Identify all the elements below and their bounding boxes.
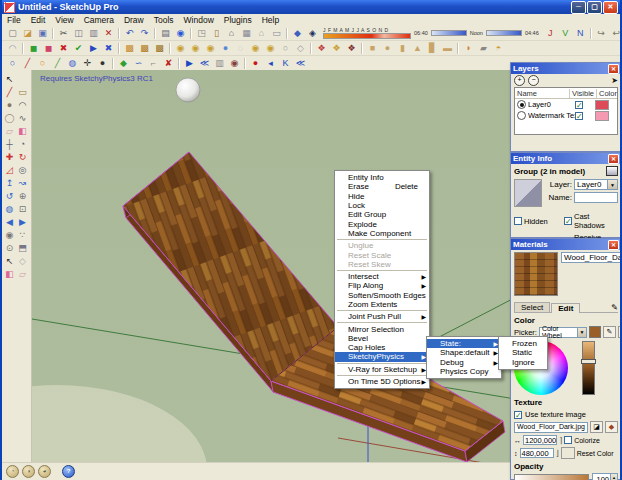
menubar-file[interactable]: File: [2, 15, 26, 25]
state-item-frozen[interactable]: Frozen: [499, 339, 547, 348]
gear-green-icon[interactable]: ◆: [116, 57, 131, 70]
joint-slider-icon[interactable]: ╱: [20, 57, 35, 70]
submenu-item-shape-default[interactable]: Shape:default▶: [427, 348, 501, 357]
material-name-field[interactable]: Wood_Floor_Dark: [561, 252, 622, 263]
joint-coin-icon[interactable]: ◉: [173, 42, 188, 55]
sp-pause-icon[interactable]: ◼: [41, 42, 56, 55]
menu-item-intersect[interactable]: Intersect▶: [335, 272, 429, 281]
plant-red-icon[interactable]: ❖: [314, 42, 329, 55]
reset-color-swatch[interactable]: [561, 447, 575, 459]
menu-item-unglue[interactable]: Unglue: [335, 241, 429, 250]
step-back-icon[interactable]: ◂: [263, 57, 278, 70]
pushpin-icon[interactable]: ◳: [194, 27, 209, 40]
opacity-spinner[interactable]: 100 ▲▼: [592, 473, 618, 480]
sp-stop-icon[interactable]: ✖: [101, 42, 116, 55]
browse-texture-icon[interactable]: ◪: [590, 421, 603, 433]
layers-panel-titlebar[interactable]: Layers ✕: [511, 63, 621, 74]
menu-item-make-component[interactable]: Make Component: [335, 229, 429, 238]
joint-coin-icon[interactable]: ◉: [263, 42, 278, 55]
layer-current-radio[interactable]: [517, 111, 526, 120]
entity-checkbox-cast-shadows[interactable]: ✓Cast Shadows: [564, 212, 620, 230]
shadow-time-slider[interactable]: [486, 30, 522, 36]
redo-icon[interactable]: ↷: [137, 27, 152, 40]
maximize-button[interactable]: ▢: [587, 1, 602, 14]
menu-item-erase[interactable]: EraseDelete: [335, 182, 429, 191]
menubar-edit[interactable]: Edit: [26, 15, 51, 25]
state-item-ignore[interactable]: Ignore: [499, 358, 547, 367]
dice-icon[interactable]: ▩: [152, 42, 167, 55]
door-icon[interactable]: ▯: [209, 27, 224, 40]
joint-piston-icon[interactable]: ╱: [50, 57, 65, 70]
submenu-item-physics-copy[interactable]: Physics Copy: [427, 367, 501, 376]
joint-ball-icon[interactable]: ●: [218, 42, 233, 55]
tab-select[interactable]: Select: [514, 302, 550, 312]
erase-icon[interactable]: ✕: [101, 27, 116, 40]
menu-item-explode[interactable]: Explode: [335, 219, 429, 228]
submenu-item-state[interactable]: State:▶: [427, 339, 501, 348]
eraser-tool-icon[interactable]: ▱: [3, 124, 16, 137]
status-zoom-icon[interactable]: ◕: [38, 465, 51, 478]
joint-coin-icon[interactable]: ◉: [248, 42, 263, 55]
layer-dropdown[interactable]: Layer0 ▼: [574, 179, 618, 190]
shape-box-icon[interactable]: ■: [365, 42, 380, 55]
menu-item-v-ray-for-sketchup[interactable]: V-Ray for Sketchup▶: [335, 365, 429, 374]
play-sim-icon[interactable]: ▶: [182, 57, 197, 70]
match-screen-color-icon[interactable]: ✎: [618, 326, 622, 338]
value-slider[interactable]: [582, 341, 595, 395]
status-pan-icon[interactable]: ◑: [22, 465, 35, 478]
menu-item-soften-smooth-edges[interactable]: Soften/Smooth Edges: [335, 291, 429, 300]
minimize-button[interactable]: ─: [571, 1, 586, 14]
menu-item-edit-group[interactable]: Edit Group: [335, 210, 429, 219]
copy-icon[interactable]: ◫: [71, 27, 86, 40]
aspect-lock-icon[interactable]: ⌉: [559, 436, 562, 445]
paint-tool-icon[interactable]: ◧: [16, 124, 29, 137]
eyedropper-icon[interactable]: ✎: [611, 303, 618, 312]
menu-item-on-time-5d-options[interactable]: On Time 5D Options▶: [335, 377, 429, 386]
menubar-camera[interactable]: Camera: [79, 15, 119, 25]
dice-icon[interactable]: ▩: [137, 42, 152, 55]
joint-motor-icon[interactable]: ○: [35, 57, 50, 70]
checkbox-icon[interactable]: [514, 217, 522, 225]
home-icon[interactable]: ⌂: [224, 27, 239, 40]
frames-icon[interactable]: ▥: [212, 57, 227, 70]
plant-gold-icon[interactable]: ❖: [329, 42, 344, 55]
rectangle-tool-icon[interactable]: ▭: [16, 85, 29, 98]
zoom-tool-icon[interactable]: ◍: [3, 202, 16, 215]
reset-color-label[interactable]: Reset Color: [577, 450, 614, 457]
submenu-item-debug[interactable]: Debug▶: [427, 358, 501, 367]
pan-tool-icon[interactable]: ⊕: [16, 189, 29, 202]
cut-icon[interactable]: ✂: [56, 27, 71, 40]
window-icon[interactable]: ▭: [269, 27, 284, 40]
previous-view-icon[interactable]: ◀: [3, 215, 16, 228]
freehand-tool-icon[interactable]: ∿: [16, 111, 29, 124]
tab-edit[interactable]: Edit: [551, 303, 580, 313]
status-orbit-icon[interactable]: ◔: [6, 465, 19, 478]
help-icon[interactable]: ?: [62, 465, 75, 478]
menu-item-reset-scale[interactable]: Reset Scale: [335, 250, 429, 259]
menu-item-flip-along[interactable]: Flip Along▶: [335, 281, 429, 290]
shadow-date-slider[interactable]: [323, 33, 411, 39]
shape-cone-icon[interactable]: ▲: [410, 42, 425, 55]
menubar-plugins[interactable]: Plugins: [219, 15, 257, 25]
layers-detail-arrow-icon[interactable]: ➤: [611, 76, 618, 85]
materials-titlebar[interactable]: Materials ✕: [511, 239, 621, 250]
layer-visible-checkbox[interactable]: ✓: [575, 112, 583, 120]
chevron-down-icon[interactable]: ▼: [577, 328, 586, 337]
entity-info-titlebar[interactable]: Entity Info ✕: [511, 153, 621, 164]
save-icon[interactable]: ▣: [35, 27, 50, 40]
menu-item-bevel[interactable]: Bevel: [335, 334, 429, 343]
instructor-icon[interactable]: ◉: [173, 27, 188, 40]
tape-tool-icon[interactable]: ┼: [3, 137, 16, 150]
texture-width-field[interactable]: 1200,000: [523, 435, 557, 445]
joint-ballsocket-icon[interactable]: ●: [95, 57, 110, 70]
curve-icon[interactable]: ∽: [131, 57, 146, 70]
line-tool-icon[interactable]: ╱: [3, 85, 16, 98]
sp-joint-v-icon[interactable]: V: [558, 27, 573, 40]
colorize-checkbox[interactable]: [564, 436, 572, 444]
pushpull-tool-icon[interactable]: ↥: [3, 176, 16, 189]
section-tool-icon[interactable]: ⬒: [16, 241, 29, 254]
look-around-icon[interactable]: ⊙: [3, 241, 16, 254]
menubar-view[interactable]: View: [50, 15, 78, 25]
fast-rewind-icon[interactable]: ≪: [293, 57, 308, 70]
sp-reset-icon[interactable]: ✖: [56, 42, 71, 55]
